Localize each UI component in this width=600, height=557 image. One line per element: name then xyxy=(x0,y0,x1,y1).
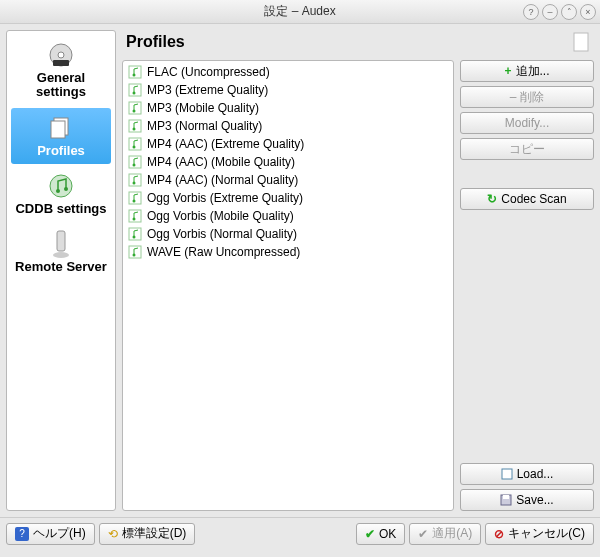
music-file-icon xyxy=(127,100,143,116)
svg-point-28 xyxy=(133,218,136,221)
svg-point-1 xyxy=(58,52,64,58)
list-item[interactable]: MP4 (AAC) (Extreme Quality) xyxy=(125,135,451,153)
document-open-icon xyxy=(501,468,513,480)
svg-rect-19 xyxy=(129,138,141,150)
load-button[interactable]: Load... xyxy=(460,463,594,485)
floppy-icon xyxy=(500,494,512,506)
svg-rect-13 xyxy=(129,84,141,96)
svg-point-6 xyxy=(56,189,60,193)
profile-name: MP3 (Extreme Quality) xyxy=(147,83,268,97)
sidebar-item-cddb[interactable]: CDDB settings xyxy=(11,166,111,222)
list-item[interactable]: Ogg Vorbis (Mobile Quality) xyxy=(125,207,451,225)
list-item[interactable]: Ogg Vorbis (Extreme Quality) xyxy=(125,189,451,207)
svg-rect-23 xyxy=(129,174,141,186)
list-item[interactable]: Ogg Vorbis (Normal Quality) xyxy=(125,225,451,243)
server-icon xyxy=(13,230,109,258)
svg-point-14 xyxy=(133,92,136,95)
documents-icon xyxy=(13,114,109,142)
music-file-icon xyxy=(127,172,143,188)
svg-point-9 xyxy=(53,252,69,258)
delete-button[interactable]: – 削除 xyxy=(460,86,594,108)
profile-name: Ogg Vorbis (Normal Quality) xyxy=(147,227,297,241)
apply-button[interactable]: ✔ 適用(A) xyxy=(409,523,481,545)
document-icon xyxy=(572,32,590,52)
svg-point-30 xyxy=(133,236,136,239)
svg-rect-4 xyxy=(51,121,65,138)
svg-rect-29 xyxy=(129,228,141,240)
check-icon: ✔ xyxy=(418,527,428,541)
help-button[interactable]: ? ヘルプ(H) xyxy=(6,523,95,545)
music-file-icon xyxy=(127,136,143,152)
copy-button[interactable]: コピー xyxy=(460,138,594,160)
svg-rect-25 xyxy=(129,192,141,204)
music-file-icon xyxy=(127,208,143,224)
defaults-button[interactable]: ⟲ 標準設定(D) xyxy=(99,523,196,545)
svg-rect-10 xyxy=(574,33,588,51)
list-item[interactable]: MP3 (Mobile Quality) xyxy=(125,99,451,117)
svg-point-26 xyxy=(133,200,136,203)
svg-rect-35 xyxy=(503,495,509,499)
profile-name: WAVE (Raw Uncompressed) xyxy=(147,245,300,259)
list-item[interactable]: MP3 (Normal Quality) xyxy=(125,117,451,135)
svg-point-5 xyxy=(50,175,72,197)
save-button[interactable]: Save... xyxy=(460,489,594,511)
cancel-icon: ⊘ xyxy=(494,527,504,541)
profiles-list[interactable]: FLAC (Uncompressed)MP3 (Extreme Quality)… xyxy=(122,60,454,511)
svg-rect-21 xyxy=(129,156,141,168)
cancel-button[interactable]: ⊘ キャンセル(C) xyxy=(485,523,594,545)
svg-rect-8 xyxy=(57,231,65,251)
ok-button[interactable]: ✔ OK xyxy=(356,523,405,545)
help-window-icon[interactable]: ? xyxy=(523,4,539,20)
svg-point-7 xyxy=(64,187,68,191)
svg-rect-27 xyxy=(129,210,141,222)
svg-rect-15 xyxy=(129,102,141,114)
sidebar-item-label: Profiles xyxy=(13,144,109,158)
list-item[interactable]: MP3 (Extreme Quality) xyxy=(125,81,451,99)
svg-point-20 xyxy=(133,146,136,149)
svg-rect-31 xyxy=(129,246,141,258)
refresh-icon: ↻ xyxy=(487,192,497,206)
profile-name: MP3 (Normal Quality) xyxy=(147,119,262,133)
svg-point-16 xyxy=(133,110,136,113)
profile-name: MP4 (AAC) (Normal Quality) xyxy=(147,173,298,187)
svg-rect-17 xyxy=(129,120,141,132)
check-icon: ✔ xyxy=(365,527,375,541)
svg-point-18 xyxy=(133,128,136,131)
maximize-icon[interactable]: ˄ xyxy=(561,4,577,20)
svg-rect-11 xyxy=(129,66,141,78)
music-file-icon xyxy=(127,118,143,134)
music-file-icon xyxy=(127,64,143,80)
dialog-buttons: ? ヘルプ(H) ⟲ 標準設定(D) ✔ OK ✔ 適用(A) ⊘ キャンセル(… xyxy=(0,517,600,549)
add-button[interactable]: + 追加... xyxy=(460,60,594,82)
svg-point-12 xyxy=(133,74,136,77)
plus-icon: + xyxy=(504,64,511,78)
sidebar-item-label: CDDB settings xyxy=(13,202,109,216)
profile-name: MP4 (AAC) (Extreme Quality) xyxy=(147,137,304,151)
list-item[interactable]: MP4 (AAC) (Normal Quality) xyxy=(125,171,451,189)
music-file-icon xyxy=(127,154,143,170)
svg-point-32 xyxy=(133,254,136,257)
svg-rect-33 xyxy=(502,469,512,479)
minimize-icon[interactable]: – xyxy=(542,4,558,20)
page-title: Profiles xyxy=(126,33,185,51)
revert-icon: ⟲ xyxy=(108,527,118,541)
list-item[interactable]: FLAC (Uncompressed) xyxy=(125,63,451,81)
window-title: 設定 – Audex xyxy=(264,3,335,20)
codec-scan-button[interactable]: ↻ Codec Scan xyxy=(460,188,594,210)
close-icon[interactable]: × xyxy=(580,4,596,20)
profile-name: MP3 (Mobile Quality) xyxy=(147,101,259,115)
sidebar-item-general[interactable]: General settings xyxy=(11,35,111,106)
modify-button[interactable]: Modify... xyxy=(460,112,594,134)
sidebar-item-label: General settings xyxy=(13,71,109,100)
profile-name: MP4 (AAC) (Mobile Quality) xyxy=(147,155,295,169)
help-icon: ? xyxy=(15,527,29,541)
list-item[interactable]: WAVE (Raw Uncompressed) xyxy=(125,243,451,261)
minus-icon: – xyxy=(510,90,517,104)
list-item[interactable]: MP4 (AAC) (Mobile Quality) xyxy=(125,153,451,171)
music-file-icon xyxy=(127,190,143,206)
profile-name: FLAC (Uncompressed) xyxy=(147,65,270,79)
sidebar-item-profiles[interactable]: Profiles xyxy=(11,108,111,164)
sidebar: General settings Profiles CDDB settings … xyxy=(6,30,116,511)
music-file-icon xyxy=(127,244,143,260)
sidebar-item-remote[interactable]: Remote Server xyxy=(11,224,111,280)
